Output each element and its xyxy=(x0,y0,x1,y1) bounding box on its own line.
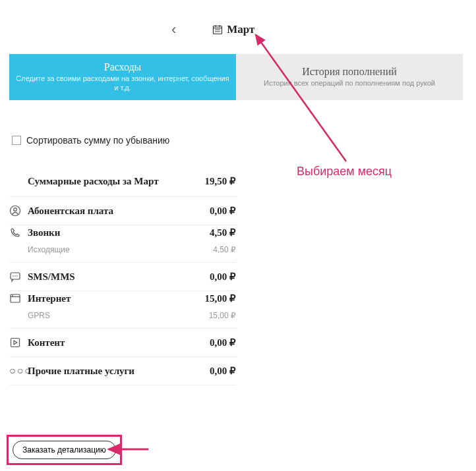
internet-sub-value: 15,00 ₽ xyxy=(209,311,236,320)
tab-history-subtitle: История всех операций по пополнениям под… xyxy=(264,79,435,88)
tab-expenses-title: Расходы xyxy=(104,61,142,73)
internet-sub-label: GPRS xyxy=(28,311,209,320)
user-icon xyxy=(9,205,28,217)
order-button-highlight: Заказать детализацию xyxy=(7,435,122,465)
calls-sub-value: 4,50 ₽ xyxy=(213,245,236,254)
order-details-button[interactable]: Заказать детализацию xyxy=(13,441,116,459)
total-label: Суммарные расходы за Март xyxy=(28,176,205,187)
calls-sub-label: Исходящие xyxy=(28,245,213,254)
dots-icon: ○○○ xyxy=(9,365,28,377)
row-calls[interactable]: Звонки 4,50 ₽ xyxy=(9,225,236,245)
row-total: Суммарные расходы за Март 19,50 ₽ xyxy=(9,166,236,197)
row-sms[interactable]: SMS/MMS 0,00 ₽ xyxy=(9,263,236,291)
row-internet[interactable]: Интернет 15,00 ₽ xyxy=(9,291,236,311)
calls-label: Звонки xyxy=(28,227,210,238)
sms-label: SMS/MMS xyxy=(28,271,210,283)
total-value: 19,50 ₽ xyxy=(205,175,237,187)
tab-history[interactable]: История пополнений История всех операций… xyxy=(236,54,463,100)
svg-point-10 xyxy=(15,275,16,277)
tab-expenses-subtitle: Следите за своими расходами на звонки, и… xyxy=(16,74,229,93)
expense-list: Суммарные расходы за Март 19,50 ₽ Абонен… xyxy=(9,166,236,385)
month-label: Март xyxy=(227,23,254,36)
tab-expenses[interactable]: Расходы Следите за своими расходами на з… xyxy=(9,54,236,100)
month-selector[interactable]: Март xyxy=(212,23,254,36)
sms-value: 0,00 ₽ xyxy=(210,271,236,283)
internet-value: 15,00 ₽ xyxy=(205,292,237,304)
subscription-value: 0,00 ₽ xyxy=(210,205,236,217)
prev-month-button[interactable]: ‹ xyxy=(171,21,176,38)
content-value: 0,00 ₽ xyxy=(210,337,236,348)
row-content[interactable]: Контент 0,00 ₽ xyxy=(9,329,236,357)
svg-rect-15 xyxy=(11,339,20,347)
row-calls-sub: Исходящие 4,50 ₽ xyxy=(9,245,236,263)
content-label: Контент xyxy=(28,337,210,348)
sort-desc-checkbox[interactable] xyxy=(12,136,21,145)
svg-point-7 xyxy=(14,208,17,211)
svg-point-9 xyxy=(13,275,14,277)
calendar-icon xyxy=(212,24,223,35)
tab-history-title: История пополнений xyxy=(302,66,397,78)
svg-rect-12 xyxy=(11,294,20,302)
svg-point-11 xyxy=(16,275,18,277)
message-icon xyxy=(9,271,28,283)
row-other[interactable]: ○○○ Прочие платные услуги 0,00 ₽ xyxy=(9,357,236,385)
calls-value: 4,50 ₽ xyxy=(210,227,236,238)
other-label: Прочие платные услуги xyxy=(28,366,210,377)
row-internet-sub: GPRS 15,00 ₽ xyxy=(9,311,236,329)
annotation-label: Выбираем месяц xyxy=(297,165,392,179)
other-value: 0,00 ₽ xyxy=(210,365,236,377)
sort-label: Сортировать сумму по убыванию xyxy=(26,135,169,146)
phone-icon xyxy=(9,227,28,238)
browser-icon xyxy=(9,292,28,304)
subscription-label: Абонентская плата xyxy=(28,206,210,217)
play-icon xyxy=(9,337,28,348)
internet-label: Интернет xyxy=(28,293,205,304)
row-subscription[interactable]: Абонентская плата 0,00 ₽ xyxy=(9,197,236,225)
